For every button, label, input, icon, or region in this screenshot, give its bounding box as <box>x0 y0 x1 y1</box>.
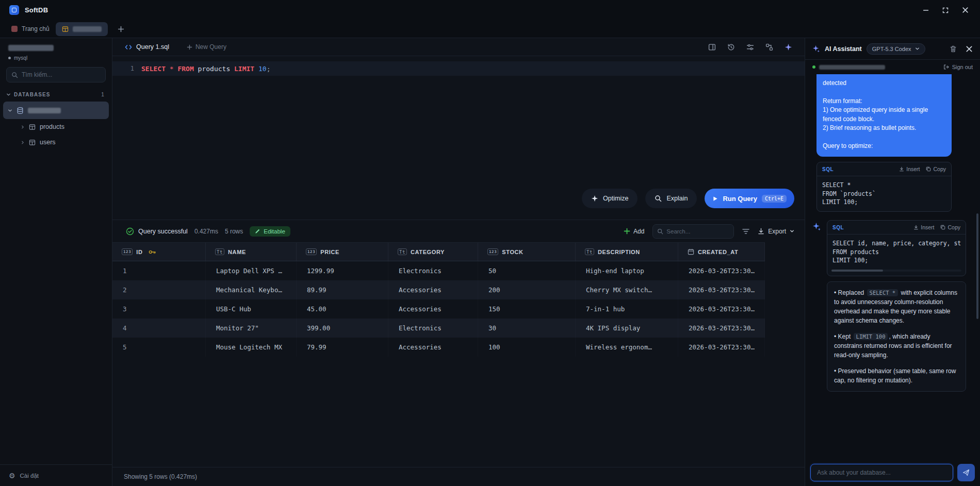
table-cell[interactable]: High-end laptop <box>576 261 678 280</box>
column-header-created_at[interactable]: CREATED_AT <box>678 243 765 261</box>
table-cell[interactable]: Wireless ergonom… <box>576 338 678 357</box>
insert-button[interactable]: Insert <box>899 166 920 172</box>
column-header-description[interactable]: TtDESCRIPTION <box>576 243 678 261</box>
table-cell[interactable]: USB-C Hub <box>206 299 297 319</box>
column-header-id[interactable]: 123ID <box>112 243 206 261</box>
table-cell[interactable]: 5 <box>112 338 206 357</box>
sql-code-block: SQL Insert Copy SELECT * FR <box>816 162 952 212</box>
table-cell[interactable]: Mouse Logitech MX <box>206 338 297 357</box>
ai-panel: AI Assistant GPT-5.3 Codex Sign out <box>805 38 980 486</box>
table-cell[interactable]: 45.00 <box>297 299 388 319</box>
sidebar-item-table-products[interactable]: products <box>0 119 112 135</box>
table-row[interactable]: 1Laptop Dell XPS …1299.99Electronics50Hi… <box>112 261 765 280</box>
export-button[interactable]: Export <box>758 228 794 235</box>
databases-section-header[interactable]: DATABASES 1 <box>6 92 105 97</box>
close-panel-button[interactable] <box>966 45 973 53</box>
sidebar-search-input[interactable] <box>22 71 101 78</box>
table-cell[interactable]: Accessories <box>388 338 478 357</box>
table-cell[interactable]: Laptop Dell XPS … <box>206 261 297 280</box>
ai-chat-area[interactable]: detected Return format: 1) One optimized… <box>805 74 980 459</box>
table-cell[interactable]: 399.00 <box>297 319 388 338</box>
sidebar-search[interactable] <box>6 67 106 82</box>
sidebar-item-database[interactable] <box>3 102 109 119</box>
add-row-button[interactable]: Add <box>624 228 644 235</box>
query-tab-active[interactable]: Query 1.sql <box>125 43 169 51</box>
table-row[interactable]: 4Monitor 27"399.00Electronics304K IPS di… <box>112 319 765 338</box>
sql-editor[interactable]: 1 SELECT * FROM products LIMIT 10; Optim… <box>112 56 805 220</box>
table-row[interactable]: 3USB-C Hub45.00Accessories1507-in-1 hub2… <box>112 299 765 319</box>
tab-home[interactable]: Trang chủ <box>5 22 56 36</box>
column-header-stock[interactable]: 123STOCK <box>478 243 576 261</box>
history-icon[interactable] <box>727 43 735 51</box>
copy-button[interactable]: Copy <box>940 224 960 230</box>
new-tab-button[interactable] <box>115 23 127 35</box>
table-cell[interactable]: 1 <box>112 261 206 280</box>
ai-bullet: Preserved behavior (same table, same row… <box>834 366 959 385</box>
table-cell[interactable]: Accessories <box>388 280 478 299</box>
table-cell[interactable]: 79.99 <box>297 338 388 357</box>
column-header-category[interactable]: TtCATEGORY <box>388 243 478 261</box>
table-cell[interactable]: 1299.99 <box>297 261 388 280</box>
explain-button[interactable]: Explain <box>645 189 697 208</box>
tab-connection-active[interactable] <box>56 22 108 36</box>
vertical-scrollbar-thumb[interactable] <box>976 213 978 319</box>
ai-chat-input[interactable] <box>810 464 953 481</box>
insert-button[interactable]: Insert <box>913 224 934 230</box>
table-cell[interactable]: 200 <box>478 280 576 299</box>
minimize-button[interactable] <box>916 3 936 18</box>
table-cell[interactable]: 2026-03-26T23:30… <box>678 338 765 357</box>
table-cell[interactable]: 50 <box>478 261 576 280</box>
table-cell[interactable]: 3 <box>112 299 206 319</box>
table-cell[interactable]: Electronics <box>388 261 478 280</box>
schema-flow-icon[interactable] <box>765 43 773 51</box>
maximize-button[interactable] <box>936 3 955 18</box>
table-cell[interactable]: 2 <box>112 280 206 299</box>
horizontal-scrollbar-thumb[interactable] <box>831 270 883 272</box>
table-cell[interactable]: 2026-03-26T23:30… <box>678 319 765 338</box>
table-cell[interactable]: 150 <box>478 299 576 319</box>
editor-toolbar <box>708 43 792 51</box>
insert-icon <box>899 166 904 172</box>
table-row[interactable]: 5Mouse Logitech MX79.99Accessories100Wir… <box>112 338 765 357</box>
table-cell[interactable]: 7-in-1 hub <box>576 299 678 319</box>
horizontal-scrollbar[interactable] <box>831 270 961 272</box>
column-header-name[interactable]: TtNAME <box>206 243 297 261</box>
table-cell[interactable]: 30 <box>478 319 576 338</box>
table-cell[interactable]: 2026-03-26T23:30… <box>678 299 765 319</box>
ai-sparkle-icon[interactable] <box>785 43 792 51</box>
split-view-icon[interactable] <box>708 43 716 51</box>
tune-icon[interactable] <box>746 43 754 51</box>
new-query-tab[interactable]: New Query <box>187 43 226 51</box>
table-cell[interactable]: 4 <box>112 319 206 338</box>
optimize-button[interactable]: Optimize <box>582 189 638 208</box>
table-cell[interactable]: 89.99 <box>297 280 388 299</box>
table-cell[interactable]: Electronics <box>388 319 478 338</box>
sign-out-button[interactable]: Sign out <box>943 64 973 70</box>
model-selector[interactable]: GPT-5.3 Codex <box>867 43 925 55</box>
sidebar-settings[interactable]: ⚙ Cài đặt <box>0 464 112 486</box>
editor-active-line[interactable]: 1 SELECT * FROM products LIMIT 10; <box>112 61 805 76</box>
sidebar-item-table-users[interactable]: users <box>0 135 112 150</box>
results-table-header: 123IDTtNAME123PRICETtCATEGORY123STOCKTtD… <box>112 242 765 261</box>
table-cell[interactable]: 4K IPS display <box>576 319 678 338</box>
table-cell[interactable]: Mechanical Keybo… <box>206 280 297 299</box>
clear-chat-button[interactable] <box>950 45 957 53</box>
copy-button[interactable]: Copy <box>926 166 946 172</box>
results-search[interactable] <box>652 224 734 239</box>
filter-icon[interactable] <box>742 228 749 234</box>
table-cell[interactable]: Accessories <box>388 299 478 319</box>
table-cell[interactable]: Cherry MX switch… <box>576 280 678 299</box>
connection-block[interactable]: mysql <box>0 38 112 61</box>
table-cell[interactable]: Monitor 27" <box>206 319 297 338</box>
insert-label: Insert <box>921 224 934 230</box>
table-cell[interactable]: 100 <box>478 338 576 357</box>
table-cell[interactable]: 2026-03-26T23:30… <box>678 261 765 280</box>
close-button[interactable] <box>955 3 975 18</box>
send-button[interactable] <box>957 464 975 481</box>
run-query-button[interactable]: Run Query Ctrl+E <box>705 189 794 208</box>
results-search-input[interactable] <box>666 228 729 234</box>
editable-badge[interactable]: Editable <box>250 226 290 237</box>
table-row[interactable]: 2Mechanical Keybo…89.99Accessories200Che… <box>112 280 765 299</box>
column-header-price[interactable]: 123PRICE <box>297 243 388 261</box>
table-cell[interactable]: 2026-03-26T23:30… <box>678 280 765 299</box>
